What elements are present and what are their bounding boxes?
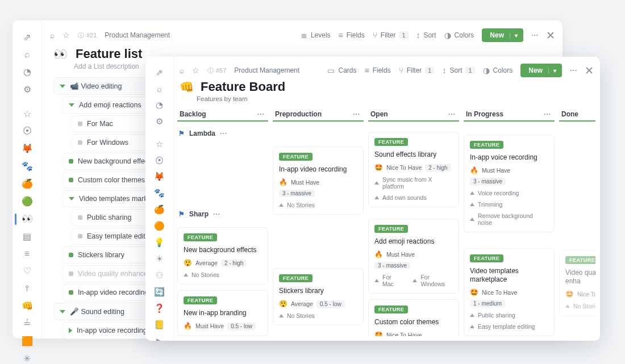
rail-item-icon[interactable]: ❓ bbox=[154, 303, 165, 313]
breadcrumb[interactable]: Product Management bbox=[234, 66, 299, 74]
card-new-bg[interactable]: FEATURE New background effects 😲Average2… bbox=[177, 227, 268, 284]
chevron-down-icon[interactable] bbox=[60, 85, 65, 88]
rail-item-icon[interactable]: ▶ bbox=[154, 336, 165, 341]
more-options-icon[interactable]: ··· bbox=[213, 210, 220, 218]
rail-item-icon[interactable]: ≡ bbox=[22, 249, 33, 259]
colors-button[interactable]: Colors bbox=[483, 66, 513, 75]
star-icon[interactable] bbox=[63, 31, 70, 40]
flag-icon: ⚑ bbox=[178, 129, 185, 137]
star-icon[interactable] bbox=[192, 66, 199, 75]
search-icon[interactable] bbox=[154, 84, 165, 94]
card-quality[interactable]: FEATURE Video quality enha 🤩Nice To Have… bbox=[559, 250, 595, 316]
rail-item-icon[interactable]: 🐾 bbox=[22, 161, 33, 171]
rail-item-icon[interactable]: ⚇ bbox=[154, 270, 165, 281]
column-menu-icon[interactable]: ··· bbox=[257, 110, 265, 118]
column-menu-icon[interactable]: ··· bbox=[544, 110, 551, 118]
cards-button[interactable]: Cards bbox=[327, 66, 356, 75]
new-button[interactable]: New▾ bbox=[482, 28, 523, 42]
lock-icon[interactable] bbox=[22, 126, 33, 136]
more-options-button[interactable]: ··· bbox=[531, 31, 539, 39]
card-inapp-video[interactable]: FEATURE In-app video recording 🔥Must Hav… bbox=[273, 147, 364, 215]
filter-icon bbox=[373, 31, 377, 40]
column-header[interactable]: In Progress··· bbox=[464, 108, 555, 122]
column-header[interactable]: Preproduction··· bbox=[273, 108, 364, 122]
rail-item-active-icon[interactable]: 👀 bbox=[22, 214, 33, 224]
close-icon[interactable] bbox=[547, 31, 555, 39]
rocket-icon[interactable] bbox=[154, 68, 165, 78]
sort-button[interactable]: Sort1 bbox=[442, 66, 474, 75]
rail-item-icon[interactable]: ≟ bbox=[22, 318, 33, 329]
column-header[interactable]: Backlog··· bbox=[177, 108, 268, 122]
search-icon[interactable] bbox=[50, 31, 55, 40]
column-header[interactable]: Done bbox=[559, 108, 595, 122]
chevron-down-icon[interactable]: ▾ bbox=[548, 68, 556, 74]
page-subtitle[interactable]: Add a List description bbox=[74, 62, 139, 70]
card-sound-fx[interactable]: FEATURE Sound effects library 🤩Nice To H… bbox=[368, 132, 459, 207]
card-stickers[interactable]: FEATURE Stickers library 😲Average0.5 - l… bbox=[273, 268, 364, 325]
section-row[interactable]: ⚑Lambda··· bbox=[177, 126, 268, 141]
bell-icon[interactable] bbox=[154, 100, 165, 110]
new-button[interactable]: New▾ bbox=[520, 64, 562, 77]
rail-item-icon[interactable]: ▤ bbox=[22, 231, 33, 242]
rail-item-icon[interactable]: ✳ bbox=[22, 353, 33, 364]
breadcrumb[interactable]: Product Management bbox=[105, 31, 170, 39]
rail-item-icon[interactable]: 🟢 bbox=[22, 196, 33, 207]
rail-item-icon[interactable]: 🍊 bbox=[154, 204, 165, 215]
star-icon[interactable] bbox=[154, 139, 165, 149]
column-menu-icon[interactable]: ··· bbox=[448, 110, 456, 118]
chevron-down-icon[interactable] bbox=[69, 197, 74, 200]
more-options-button[interactable]: ··· bbox=[570, 66, 577, 74]
rail-item-icon[interactable]: 🍊 bbox=[22, 178, 33, 189]
fields-button[interactable]: Fields bbox=[339, 31, 365, 40]
rocket-icon[interactable] bbox=[22, 32, 33, 43]
levels-button[interactable]: Levels bbox=[301, 31, 331, 40]
rail-item-icon[interactable]: 👊 bbox=[22, 300, 33, 311]
rail-item-icon[interactable]: ♡ bbox=[22, 266, 33, 277]
fields-button[interactable]: Fields bbox=[364, 66, 390, 75]
title-emoji-icon[interactable]: 👊 bbox=[180, 80, 194, 94]
more-options-icon[interactable]: ··· bbox=[220, 129, 227, 137]
play-icon[interactable] bbox=[69, 328, 72, 333]
bell-icon[interactable] bbox=[22, 66, 33, 77]
sort-button[interactable]: Sort bbox=[416, 31, 436, 40]
page-title[interactable]: Feature list bbox=[76, 47, 142, 61]
rail-item-icon[interactable]: 💡 bbox=[154, 237, 165, 248]
gear-icon[interactable] bbox=[154, 116, 165, 127]
search-icon[interactable] bbox=[180, 66, 184, 75]
close-icon[interactable] bbox=[585, 66, 593, 74]
filter-button[interactable]: Filter1 bbox=[373, 31, 409, 40]
column-menu-icon[interactable]: ··· bbox=[353, 110, 360, 118]
page-title[interactable]: Feature Board bbox=[201, 80, 285, 94]
page-subtitle[interactable]: Features by team bbox=[197, 95, 247, 102]
rail-item-icon[interactable]: 🦊 bbox=[154, 171, 165, 182]
column-header[interactable]: Open··· bbox=[368, 108, 459, 122]
chevron-down-icon[interactable] bbox=[60, 310, 65, 313]
rail-item-icon[interactable]: ☀ bbox=[154, 254, 165, 264]
chevron-down-icon[interactable] bbox=[69, 103, 74, 107]
colors-button[interactable]: Colors bbox=[444, 31, 474, 40]
section-row[interactable]: ⚑Sharp··· bbox=[177, 207, 268, 221]
rail-item-icon[interactable]: 📒 bbox=[154, 320, 165, 330]
lock-icon[interactable] bbox=[154, 156, 165, 165]
chevron-down-icon[interactable]: ▾ bbox=[510, 32, 518, 39]
star-icon[interactable] bbox=[22, 108, 33, 119]
card-branding[interactable]: FEATURE New in-app branding 🔥Must Have0.… bbox=[177, 290, 268, 336]
item-id-chip[interactable]: ⓘ #21 bbox=[78, 31, 97, 40]
card-custom-color[interactable]: FEATURE Custom color themes 🤩Nice To Hav… bbox=[368, 299, 459, 336]
rail-item-icon[interactable]: 🦊 bbox=[22, 143, 33, 154]
card-add-emoji[interactable]: FEATURE Add emoji reactions 🔥Must Have3 … bbox=[368, 219, 459, 294]
rail-item-icon[interactable]: 🐾 bbox=[154, 188, 165, 198]
title-emoji-icon[interactable]: 👀 bbox=[53, 47, 68, 61]
card-inapp-voice[interactable]: FEATURE In-app voice recording 🔥Must Hav… bbox=[464, 135, 555, 232]
filter-button[interactable]: Filter1 bbox=[399, 66, 435, 75]
rail-item-icon[interactable]: 🟠 bbox=[154, 221, 165, 231]
rail-item-icon[interactable]: 🔄 bbox=[154, 287, 165, 297]
gear-icon[interactable] bbox=[22, 84, 33, 95]
rail-item-icon[interactable]: 🟧 bbox=[22, 336, 33, 346]
card-title: Video quality enha bbox=[565, 269, 595, 286]
search-icon[interactable] bbox=[22, 49, 33, 60]
item-id-chip[interactable]: ⓘ #57 bbox=[207, 66, 226, 75]
rail-item-icon[interactable]: ⫯ bbox=[22, 283, 33, 294]
pin-icon bbox=[470, 313, 474, 317]
card-templates[interactable]: FEATURE Video templates marketplace 🤩Nic… bbox=[464, 248, 555, 336]
